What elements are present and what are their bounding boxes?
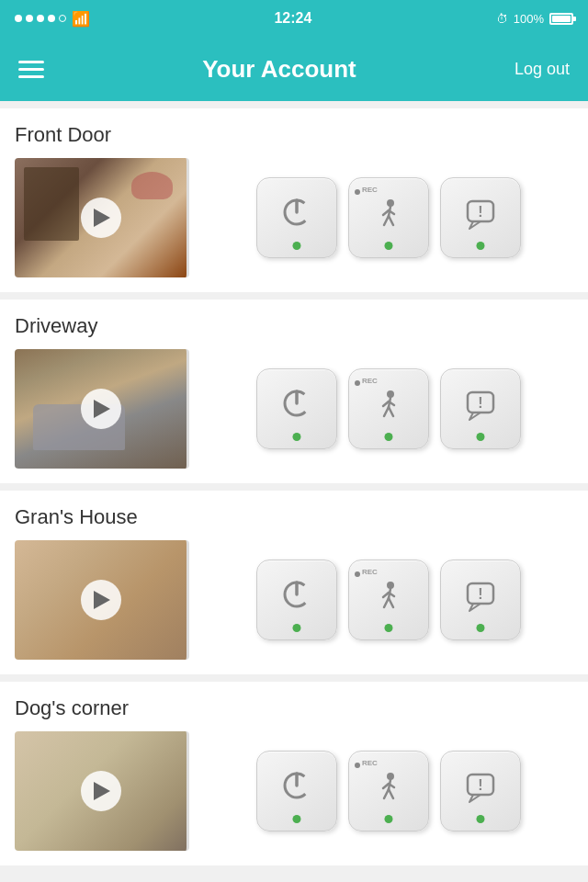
play-triangle-grans-house [94, 591, 110, 609]
alert-status-dot-driveway [477, 433, 485, 441]
motion-icon-driveway [370, 387, 407, 424]
alert-icon-front-door: ! [462, 194, 499, 231]
motion-rec-button-grans-house[interactable]: REC [348, 560, 429, 640]
rec-dot-driveway [355, 380, 360, 386]
motion-rec-button-dogs-corner[interactable]: REC [348, 751, 429, 831]
signal-dot-3 [37, 15, 44, 22]
svg-text:!: ! [478, 204, 482, 220]
camera-name-grans-house: Gran's House [15, 505, 573, 529]
rec-label-grans-house: REC [362, 568, 378, 576]
svg-line-38 [389, 789, 393, 798]
motion-status-dot-driveway [385, 433, 393, 441]
power-button-dogs-corner[interactable] [256, 751, 337, 831]
camera-thumbnail-grans-house[interactable] [15, 540, 189, 660]
wifi-icon: 📶 [72, 10, 90, 28]
motion-icon-front-door [370, 196, 407, 232]
alert-button-dogs-corner[interactable]: ! [440, 751, 521, 831]
power-status-dot-dogs-corner [293, 815, 301, 823]
camera-row-grans-house: REC [15, 540, 573, 660]
svg-line-26 [384, 598, 389, 607]
camera-controls-dogs-corner: REC [204, 751, 573, 831]
svg-line-15 [384, 407, 389, 416]
menu-button[interactable] [18, 61, 44, 78]
camera-row-front-door: REC [15, 158, 573, 277]
alarm-icon: ⏱ [496, 12, 508, 26]
alert-status-dot-dogs-corner [477, 815, 485, 823]
camera-thumbnail-front-door[interactable] [15, 158, 189, 277]
page-title: Your Account [202, 55, 356, 84]
camera-row-dogs-corner: REC [15, 731, 573, 851]
signal-dot-1 [15, 15, 22, 22]
rec-label-front-door: REC [362, 186, 378, 194]
signal-dot-5 [59, 15, 66, 22]
signal-dots [15, 15, 66, 22]
svg-line-4 [384, 216, 389, 225]
play-button-grans-house[interactable] [81, 580, 121, 620]
camera-row-driveway: REC [15, 349, 573, 469]
status-left: 📶 [15, 10, 90, 28]
alert-button-driveway[interactable]: ! [440, 368, 521, 449]
rec-dot-dogs-corner [355, 763, 360, 768]
rec-label-driveway: REC [362, 377, 378, 385]
alert-button-front-door[interactable]: ! [440, 177, 521, 258]
hamburger-line-2 [18, 68, 44, 71]
power-icon-driveway [278, 385, 315, 422]
power-status-dot-driveway [293, 433, 301, 441]
status-time: 12:24 [274, 10, 311, 27]
camera-section-grans-house: Gran's House REC [0, 491, 588, 674]
rec-label-dogs-corner: REC [362, 759, 378, 767]
camera-controls-grans-house: REC [204, 560, 573, 640]
logout-button[interactable]: Log out [514, 60, 570, 79]
play-triangle-dogs-corner [94, 782, 110, 800]
svg-text:!: ! [478, 395, 482, 411]
svg-line-5 [389, 216, 393, 225]
alert-icon-dogs-corner: ! [462, 767, 499, 804]
motion-rec-button-front-door[interactable]: REC [348, 177, 429, 258]
hamburger-line-1 [18, 61, 44, 63]
camera-name-driveway: Driveway [15, 314, 573, 338]
signal-dot-4 [48, 15, 55, 22]
svg-line-16 [389, 407, 393, 416]
power-icon-grans-house [278, 576, 315, 613]
camera-section-front-door: Front Door REC [0, 108, 588, 292]
camera-thumbnail-driveway[interactable] [15, 349, 189, 469]
hamburger-line-3 [18, 75, 44, 78]
battery-fill [552, 16, 571, 22]
signal-dot-2 [26, 15, 33, 22]
camera-thumbnail-dogs-corner[interactable] [15, 731, 189, 851]
power-button-driveway[interactable] [256, 368, 337, 449]
svg-line-27 [389, 598, 393, 607]
play-triangle-driveway [94, 400, 110, 418]
alert-button-grans-house[interactable]: ! [440, 560, 521, 640]
alert-icon-grans-house: ! [462, 576, 499, 613]
svg-line-37 [384, 789, 389, 798]
svg-text:!: ! [478, 586, 482, 602]
camera-section-dogs-corner: Dog's corner REC [0, 682, 588, 865]
camera-section-driveway: Driveway REC [0, 300, 588, 483]
camera-controls-driveway: REC [204, 368, 573, 449]
motion-icon-grans-house [370, 578, 407, 615]
cameras-list: Front Door REC [0, 101, 588, 880]
motion-status-dot-dogs-corner [385, 815, 393, 823]
svg-text:!: ! [478, 777, 482, 793]
camera-name-front-door: Front Door [15, 123, 573, 147]
status-right: ⏱ 100% [496, 12, 573, 26]
power-button-grans-house[interactable] [256, 560, 337, 640]
power-icon-front-door [278, 194, 315, 231]
camera-name-dogs-corner: Dog's corner [15, 696, 573, 720]
play-button-front-door[interactable] [81, 198, 121, 238]
motion-rec-button-driveway[interactable]: REC [348, 368, 429, 449]
alert-status-dot-grans-house [477, 624, 485, 632]
play-button-driveway[interactable] [81, 389, 121, 429]
power-status-dot-grans-house [293, 624, 301, 632]
alert-status-dot-front-door [477, 242, 485, 250]
power-button-front-door[interactable] [256, 177, 337, 258]
motion-status-dot-grans-house [385, 624, 393, 632]
alert-icon-driveway: ! [462, 385, 499, 422]
play-button-dogs-corner[interactable] [81, 771, 121, 811]
status-bar: 📶 12:24 ⏱ 100% [0, 0, 588, 37]
rec-dot-grans-house [355, 571, 360, 577]
app-header: Your Account Log out [0, 37, 588, 101]
camera-controls-front-door: REC [204, 177, 573, 258]
power-status-dot-front-door [293, 242, 301, 250]
